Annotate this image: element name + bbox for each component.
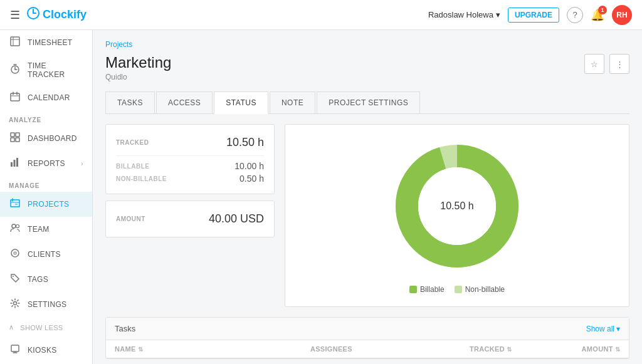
tags-icon	[9, 273, 21, 286]
tasks-section-title: Tasks	[115, 324, 135, 333]
amount-label: AMOUNT	[116, 216, 145, 222]
chart-legend: Billable Non-billable	[409, 285, 505, 294]
sidebar-item-reports[interactable]: REPORTS ›	[0, 151, 92, 176]
kiosks-icon	[9, 344, 21, 356]
clients-label: CLIENTS	[28, 250, 61, 259]
analyze-section-label: ANALYZE	[0, 110, 92, 126]
tags-label: TAGS	[28, 275, 48, 284]
sidebar-item-calendar[interactable]: CALENDAR	[0, 85, 92, 110]
amount-sort-icon[interactable]: ⇅	[615, 346, 620, 353]
reports-arrow-icon: ›	[81, 160, 83, 167]
settings-label: SETTINGS	[28, 300, 66, 309]
svg-point-27	[11, 249, 19, 257]
billable-row: BILLABLE 10.00 h	[116, 160, 264, 172]
user-menu[interactable]: Radoslaw Holewa ▾	[428, 10, 500, 19]
sidebar-item-settings[interactable]: SETTINGS	[0, 292, 92, 317]
billable-legend-label: Billable	[420, 285, 445, 294]
project-tabs: TASKS ACCESS STATUS NOTE PROJECT SETTING…	[105, 91, 629, 114]
tab-project-settings[interactable]: PROJECT SETTINGS	[317, 91, 420, 113]
svg-rect-16	[11, 138, 14, 142]
projects-icon	[9, 198, 21, 211]
donut-wrap: 10.50 h	[388, 137, 526, 275]
notification-button[interactable]: 🔔 1	[591, 8, 604, 22]
col-header-assignees: ASSIGNEES	[259, 345, 403, 353]
menu-icon[interactable]: ☰	[10, 8, 20, 22]
svg-rect-15	[16, 133, 19, 137]
tracked-sort-icon[interactable]: ⇅	[507, 346, 512, 353]
legend-billable: Billable	[409, 285, 445, 294]
projects-label: PROJECTS	[28, 200, 69, 209]
app-header: ☰ Clockify Radoslaw Holewa ▾ UPGRADE ? 🔔…	[0, 0, 642, 30]
tasks-section: Tasks Show all ▾ NAME ⇅ ASSIGNEES TRACKE…	[105, 317, 629, 359]
sidebar-item-kiosks[interactable]: KIOSKS	[0, 338, 92, 363]
show-less-label: SHOW LESS	[20, 324, 63, 331]
more-options-button[interactable]: ⋮	[609, 54, 629, 74]
page-header: Marketing Quidlo ☆ ⋮	[105, 54, 629, 81]
sidebar-item-team[interactable]: TEAM	[0, 217, 92, 242]
col-header-tracked: TRACKED ⇅	[404, 345, 512, 353]
non-billable-dot	[455, 286, 462, 293]
sidebar-item-timesheet[interactable]: TIMESHEET	[0, 30, 92, 55]
chevron-up-icon: ∧	[9, 323, 14, 331]
calendar-icon	[9, 91, 21, 104]
sidebar-item-time-tracker[interactable]: TIME TRACKER	[0, 55, 92, 85]
kiosks-label: KIOSKS	[28, 346, 56, 355]
tab-note[interactable]: NOTE	[270, 91, 315, 113]
main-layout: TIMESHEET TIME TRACKER CALENDAR ANALYZE …	[0, 30, 642, 364]
show-less-button[interactable]: ∧ SHOW LESS	[0, 317, 92, 338]
favorite-button[interactable]: ☆	[584, 54, 604, 74]
amount-card: AMOUNT 40.00 USD	[105, 200, 275, 237]
svg-rect-18	[11, 162, 13, 167]
logo-icon	[26, 6, 40, 23]
name-sort-icon[interactable]: ⇅	[138, 346, 143, 353]
tab-access[interactable]: ACCESS	[156, 91, 213, 113]
user-name: Radoslaw Holewa	[428, 10, 493, 19]
non-billable-legend-label: Non-billable	[465, 285, 505, 294]
chevron-down-icon: ▾	[496, 10, 500, 19]
sidebar-item-clients[interactable]: CLIENTS	[0, 242, 92, 267]
amount-row: AMOUNT 40.00 USD	[116, 210, 264, 228]
svg-rect-31	[11, 345, 19, 351]
reports-label: REPORTS	[28, 159, 65, 168]
donut-chart-container: 10.50 h Billable Non-billable	[285, 124, 629, 307]
sidebar-item-tags[interactable]: TAGS	[0, 267, 92, 292]
team-icon	[9, 223, 21, 236]
manage-section-label: MANAGE	[0, 176, 92, 192]
donut-center-label: 10.50 h	[440, 200, 473, 212]
time-tracker-icon	[9, 64, 21, 76]
svg-point-28	[14, 252, 16, 254]
avatar[interactable]: RH	[612, 5, 632, 25]
header-right: Radoslaw Holewa ▾ UPGRADE ? 🔔 1 RH	[428, 5, 632, 25]
page-title: Marketing	[105, 54, 171, 71]
sidebar-item-dashboard[interactable]: DASHBOARD	[0, 126, 92, 151]
svg-rect-14	[11, 133, 14, 137]
timesheet-icon	[9, 36, 21, 49]
tab-tasks[interactable]: TASKS	[105, 91, 155, 113]
notification-badge: 1	[598, 6, 607, 14]
tracked-label: TRACKED	[116, 139, 149, 146]
dashboard-icon	[9, 132, 21, 145]
reports-icon	[9, 157, 21, 170]
svg-rect-21	[11, 200, 19, 207]
show-all-button[interactable]: Show all ▾	[586, 325, 620, 333]
col-header-name: NAME ⇅	[115, 345, 259, 353]
upgrade-button[interactable]: UPGRADE	[508, 8, 559, 23]
tab-status[interactable]: STATUS	[214, 91, 268, 114]
svg-rect-19	[14, 160, 16, 167]
team-label: TEAM	[28, 225, 50, 234]
sidebar-item-projects[interactable]: PROJECTS	[0, 192, 92, 217]
legend-non-billable: Non-billable	[455, 285, 505, 294]
breadcrumb[interactable]: Projects	[105, 40, 629, 49]
svg-rect-17	[16, 138, 19, 142]
sidebar: TIMESHEET TIME TRACKER CALENDAR ANALYZE …	[0, 30, 93, 364]
time-tracker-label: TIME TRACKER	[28, 61, 83, 79]
col-assignees-label: ASSIGNEES	[310, 345, 352, 353]
help-button[interactable]: ?	[567, 7, 583, 23]
col-header-amount: AMOUNT ⇅	[512, 345, 620, 353]
tasks-table-header: Tasks Show all ▾	[106, 318, 629, 340]
reports-left: REPORTS	[9, 157, 65, 170]
svg-point-25	[12, 224, 16, 228]
col-amount-label: AMOUNT	[582, 345, 613, 353]
amount-value: 40.00 USD	[209, 212, 264, 226]
svg-point-29	[13, 276, 14, 277]
